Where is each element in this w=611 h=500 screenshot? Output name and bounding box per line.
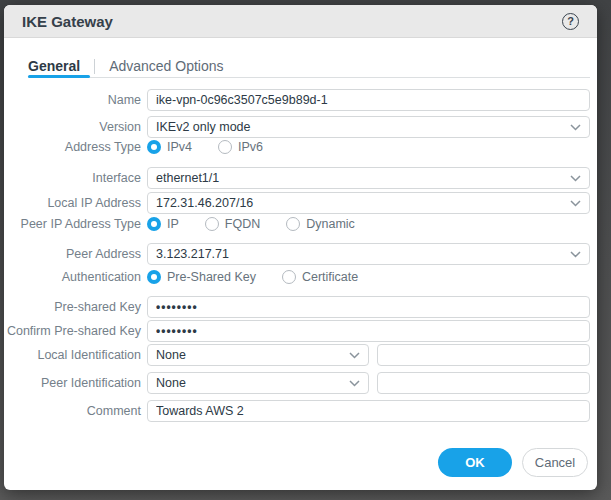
row-version: Version IKEv2 only mode — [4, 116, 590, 138]
dialog-title: IKE Gateway — [22, 13, 113, 30]
chevron-down-icon — [349, 352, 360, 359]
comment-input[interactable] — [147, 400, 590, 422]
ipv6-radio-label: IPv6 — [238, 140, 263, 154]
fqdn-radio-label: FQDN — [225, 217, 260, 231]
peer-address-selected-value: 3.123.217.71 — [156, 247, 229, 261]
peer-id-select[interactable]: None — [147, 372, 369, 394]
dynamic-radio-label: Dynamic — [306, 217, 355, 231]
chevron-down-icon — [570, 251, 581, 258]
peer-id-label: Peer Identification — [4, 376, 141, 390]
tab-rule — [28, 77, 590, 78]
cancel-button[interactable]: Cancel — [522, 448, 588, 477]
peer-id-selected-value: None — [156, 376, 186, 390]
psk-input[interactable] — [147, 296, 590, 318]
row-name: Name — [4, 89, 590, 111]
row-authentication: Authentication Pre-Shared Key Certificat… — [4, 268, 590, 286]
ipv4-radio-label: IPv4 — [167, 140, 192, 154]
tab-advanced-options[interactable]: Advanced Options — [109, 58, 223, 74]
interface-selected-value: ethernet1/1 — [156, 171, 219, 185]
name-label: Name — [4, 93, 141, 107]
fqdn-radio[interactable] — [205, 217, 219, 231]
name-input[interactable] — [147, 89, 590, 111]
psk-label: Pre-shared Key — [4, 300, 141, 314]
row-psk: Pre-shared Key — [4, 296, 590, 318]
peer-id-value-input[interactable] — [377, 372, 590, 394]
psk-confirm-input[interactable] — [147, 320, 590, 342]
tab-divider — [94, 59, 95, 74]
local-ip-select[interactable]: 172.31.46.207/16 — [147, 192, 590, 214]
local-id-selected-value: None — [156, 348, 186, 362]
row-comment: Comment — [4, 400, 590, 422]
interface-label: Interface — [4, 171, 141, 185]
local-id-label: Local Identification — [4, 348, 141, 362]
tab-bar: General Advanced Options — [28, 58, 224, 74]
row-local-ip: Local IP Address 172.31.46.207/16 — [4, 192, 590, 214]
help-icon[interactable]: ? — [562, 13, 579, 30]
psk-confirm-label: Confirm Pre-shared Key — [4, 324, 141, 338]
interface-select[interactable]: ethernet1/1 — [147, 167, 590, 189]
chevron-down-icon — [570, 175, 581, 182]
pre-shared-key-radio-label: Pre-Shared Key — [167, 270, 256, 284]
local-id-value-input[interactable] — [377, 344, 590, 366]
peer-ip-type-label: Peer IP Address Type — [4, 217, 141, 231]
row-local-id: Local Identification None — [4, 344, 590, 366]
chevron-down-icon — [570, 124, 581, 131]
version-selected-value: IKEv2 only mode — [156, 120, 251, 134]
peer-ip-radio[interactable] — [147, 217, 161, 231]
local-id-select[interactable]: None — [147, 344, 369, 366]
address-type-label: Address Type — [4, 140, 141, 154]
peer-address-label: Peer Address — [4, 247, 141, 261]
row-peer-address: Peer Address 3.123.217.71 — [4, 243, 590, 265]
version-select[interactable]: IKEv2 only mode — [147, 116, 590, 138]
row-peer-id: Peer Identification None — [4, 372, 590, 394]
comment-label: Comment — [4, 404, 141, 418]
ok-button[interactable]: OK — [438, 448, 512, 477]
peer-ip-radio-label: IP — [167, 217, 179, 231]
chevron-down-icon — [570, 200, 581, 207]
dynamic-radio[interactable] — [286, 217, 300, 231]
tab-general[interactable]: General — [28, 58, 80, 74]
ipv4-radio[interactable] — [147, 140, 161, 154]
row-psk-confirm: Confirm Pre-shared Key — [4, 320, 590, 342]
certificate-radio-label: Certificate — [302, 270, 358, 284]
local-ip-selected-value: 172.31.46.207/16 — [156, 196, 253, 210]
dialog-titlebar: IKE Gateway ? — [4, 5, 597, 38]
certificate-radio[interactable] — [282, 270, 296, 284]
row-peer-ip-type: Peer IP Address Type IP FQDN Dynamic — [4, 215, 590, 233]
row-interface: Interface ethernet1/1 — [4, 167, 590, 189]
ike-gateway-dialog: IKE Gateway ? General Advanced Options N… — [4, 5, 597, 490]
authentication-label: Authentication — [4, 270, 141, 284]
pre-shared-key-radio[interactable] — [147, 270, 161, 284]
row-address-type: Address Type IPv4 IPv6 — [4, 138, 590, 156]
version-label: Version — [4, 120, 141, 134]
active-tab-underline — [28, 75, 90, 78]
peer-address-select[interactable]: 3.123.217.71 — [147, 243, 590, 265]
ipv6-radio[interactable] — [218, 140, 232, 154]
local-ip-label: Local IP Address — [4, 196, 141, 210]
chevron-down-icon — [349, 380, 360, 387]
